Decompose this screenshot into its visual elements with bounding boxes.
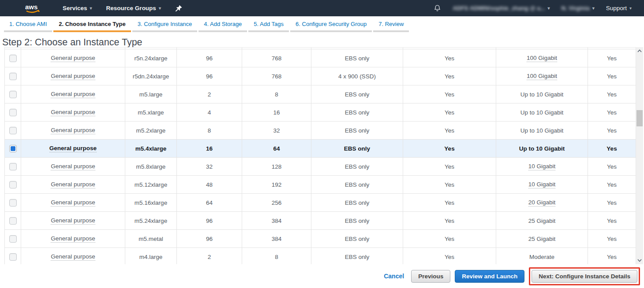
cell-select xyxy=(5,212,21,230)
cell-ebs-optimized: Yes xyxy=(403,230,496,248)
family-tooltip-text[interactable]: General purpose xyxy=(51,235,95,243)
account-name-redacted: ADFS ADMIN/sophie_zhang @ a... xyxy=(453,5,545,11)
next-configure-instance-details-button[interactable]: Next: Configure Instance Details xyxy=(532,270,637,283)
cell-vcpus: 48 xyxy=(177,176,242,194)
cell-network-performance: 100 Gigabit xyxy=(496,49,588,67)
row-checkbox[interactable] xyxy=(9,199,17,207)
cell-type: m5.12xlarge xyxy=(125,176,177,194)
services-menu[interactable]: Services ▾ xyxy=(63,5,92,11)
family-tooltip-text[interactable]: General purpose xyxy=(51,73,95,80)
cell-ipv6: Yes xyxy=(588,103,636,122)
cell-vcpus: 32 xyxy=(177,158,242,176)
cell-vcpus: 96 xyxy=(177,212,242,230)
row-checkbox[interactable] xyxy=(9,73,17,80)
cell-instance-storage: EBS only xyxy=(311,176,403,194)
account-menu[interactable]: ADFS ADMIN/sophie_zhang @ a... ▾ xyxy=(453,5,550,11)
family-tooltip-text[interactable]: General purpose xyxy=(51,55,95,62)
row-checkbox[interactable] xyxy=(9,163,17,170)
family-tooltip-text[interactable]: General purpose xyxy=(51,127,95,134)
support-menu[interactable]: Support ▾ xyxy=(606,5,632,11)
family-tooltip-text[interactable]: General purpose xyxy=(51,91,95,98)
table-row[interactable]: General purpose m5.2xlarge 8 32 EBS only… xyxy=(5,122,636,140)
wizard-tab-7[interactable]: 7. Review xyxy=(373,18,409,33)
cell-network-performance: 25 Gigabit xyxy=(496,212,588,230)
row-checkbox[interactable] xyxy=(9,145,17,152)
review-and-launch-button[interactable]: Review and Launch xyxy=(455,270,524,283)
row-checkbox[interactable] xyxy=(9,217,17,225)
chevron-down-icon: ▾ xyxy=(629,6,632,11)
table-row[interactable]: General purpose m5.metal 96 384 EBS only… xyxy=(5,230,636,248)
row-checkbox[interactable] xyxy=(9,253,17,261)
table-row[interactable]: General purpose m5.4xlarge 16 64 EBS onl… xyxy=(5,140,636,158)
family-tooltip-text[interactable]: General purpose xyxy=(51,253,95,261)
cell-ebs-optimized: Yes xyxy=(403,248,496,264)
table-row[interactable]: General purpose r5dn.24xlarge 96 768 4 x… xyxy=(5,67,636,85)
family-tooltip-text[interactable]: General purpose xyxy=(51,109,95,116)
scroll-up-arrow-icon[interactable] xyxy=(636,47,643,55)
table-row[interactable]: General purpose m5.24xlarge 96 384 EBS o… xyxy=(5,212,636,230)
cell-vcpus: 96 xyxy=(177,67,242,85)
table-row[interactable]: General purpose m4.large 2 8 EBS only Ye… xyxy=(5,248,636,264)
cell-memory: 768 xyxy=(242,49,311,67)
cell-select xyxy=(5,49,21,67)
scroll-down-arrow-icon[interactable] xyxy=(636,257,643,264)
cell-type: m5.large xyxy=(125,85,177,103)
row-checkbox[interactable] xyxy=(9,91,17,98)
cancel-link[interactable]: Cancel xyxy=(384,273,404,280)
cell-family: General purpose xyxy=(21,158,125,176)
cell-vcpus: 16 xyxy=(177,140,242,158)
row-checkbox[interactable] xyxy=(9,235,17,243)
cell-ipv6: Yes xyxy=(588,140,636,158)
aws-logo[interactable]: aws xyxy=(24,2,42,15)
previous-button[interactable]: Previous xyxy=(411,270,450,283)
family-tooltip-text[interactable]: General purpose xyxy=(51,217,95,225)
cell-family: General purpose xyxy=(21,248,125,264)
wizard-tab-5[interactable]: 5. Add Tags xyxy=(248,18,289,33)
cell-network-performance: 10 Gigabit xyxy=(496,158,588,176)
cell-memory: 128 xyxy=(242,158,311,176)
network-text: Up to 10 Gigabit xyxy=(520,109,564,116)
notifications-button[interactable] xyxy=(434,4,441,12)
aws-logo-icon: aws xyxy=(24,2,42,15)
cell-ebs-optimized: Yes xyxy=(403,103,496,122)
row-checkbox[interactable] xyxy=(9,55,17,62)
wizard-tab-4[interactable]: 4. Add Storage xyxy=(198,18,247,33)
pin-shortcut-button[interactable] xyxy=(175,5,182,12)
region-menu[interactable]: N. Virginia ▾ xyxy=(562,5,595,11)
top-nav-bar: aws Services ▾ Resource Groups ▾ ADFS AD… xyxy=(0,0,644,16)
scrollbar-thumb[interactable] xyxy=(637,110,643,126)
cell-instance-storage: EBS only xyxy=(311,85,403,103)
wizard-tab-1[interactable]: 1. Choose AMI xyxy=(4,18,52,33)
family-tooltip-text[interactable]: General purpose xyxy=(49,145,97,152)
family-tooltip-text[interactable]: General purpose xyxy=(51,163,95,170)
cell-ebs-optimized: Yes xyxy=(403,194,496,212)
resource-groups-label: Resource Groups xyxy=(106,5,156,11)
vertical-scrollbar[interactable] xyxy=(636,47,643,264)
cell-network-performance: 100 Gigabit xyxy=(496,67,588,85)
support-label: Support xyxy=(606,5,627,11)
row-checkbox[interactable] xyxy=(9,109,17,116)
table-row[interactable]: General purpose m5.8xlarge 32 128 EBS on… xyxy=(5,158,636,176)
row-checkbox[interactable] xyxy=(9,127,17,134)
family-tooltip-text[interactable]: General purpose xyxy=(51,181,95,188)
cell-select xyxy=(5,194,21,212)
table-row[interactable]: General purpose r5n.24xlarge 96 768 EBS … xyxy=(5,49,636,67)
wizard-tab-3[interactable]: 3. Configure Instance xyxy=(132,18,198,33)
cell-network-performance: 10 Gigabit xyxy=(496,176,588,194)
resource-groups-menu[interactable]: Resource Groups ▾ xyxy=(106,5,161,11)
wizard-tab-2[interactable]: 2. Choose Instance Type xyxy=(53,18,131,33)
family-tooltip-text[interactable]: General purpose xyxy=(51,199,95,207)
table-row[interactable]: General purpose m5.12xlarge 48 192 EBS o… xyxy=(5,176,636,194)
cell-instance-storage: 4 x 900 (SSD) xyxy=(311,67,403,85)
table-row[interactable]: General purpose m5.xlarge 4 16 EBS only … xyxy=(5,103,636,122)
wizard-tab-6[interactable]: 6. Configure Security Group xyxy=(290,18,372,33)
table-row[interactable]: General purpose m5.16xlarge 64 256 EBS o… xyxy=(5,194,636,212)
cell-instance-storage: EBS only xyxy=(311,230,403,248)
cell-ebs-optimized: Yes xyxy=(403,212,496,230)
table-row[interactable]: General purpose m5.large 2 8 EBS only Ye… xyxy=(5,85,636,103)
row-checkbox[interactable] xyxy=(9,181,17,188)
cell-type: r5dn.24xlarge xyxy=(125,67,177,85)
cell-select xyxy=(5,67,21,85)
cell-ipv6: Yes xyxy=(588,85,636,103)
cell-instance-storage: EBS only xyxy=(311,212,403,230)
